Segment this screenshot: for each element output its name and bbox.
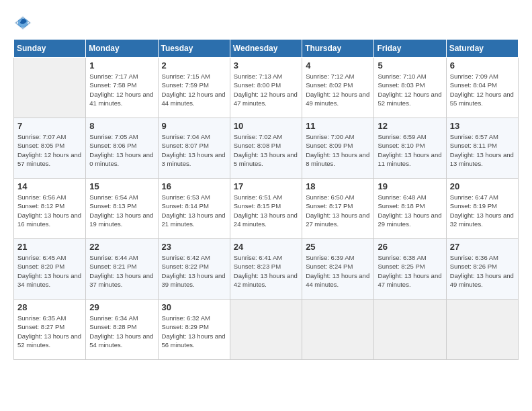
calendar-cell: 21Sunrise: 6:45 AMSunset: 8:20 PMDayligh…	[14, 239, 86, 300]
day-info: Sunrise: 6:47 AMSunset: 8:19 PMDaylight:…	[450, 193, 515, 228]
calendar-cell: 27Sunrise: 6:36 AMSunset: 8:26 PMDayligh…	[446, 239, 518, 300]
header	[13, 13, 519, 32]
header-row: SundayMondayTuesdayWednesdayThursdayFrid…	[14, 40, 519, 58]
calendar-cell: 16Sunrise: 6:53 AMSunset: 8:14 PMDayligh…	[158, 179, 230, 239]
day-info: Sunrise: 6:48 AMSunset: 8:18 PMDaylight:…	[378, 193, 442, 228]
day-number: 30	[162, 302, 226, 312]
day-info: Sunrise: 6:59 AMSunset: 8:10 PMDaylight:…	[378, 132, 442, 168]
calendar-cell	[374, 300, 446, 360]
calendar-cell: 24Sunrise: 6:41 AMSunset: 8:23 PMDayligh…	[230, 239, 302, 300]
header-cell-thursday: Thursday	[302, 40, 374, 58]
calendar-cell: 30Sunrise: 6:32 AMSunset: 8:29 PMDayligh…	[158, 300, 230, 360]
day-info: Sunrise: 6:36 AMSunset: 8:26 PMDaylight:…	[450, 253, 515, 289]
calendar-cell: 2Sunrise: 7:15 AMSunset: 7:59 PMDaylight…	[158, 58, 230, 118]
calendar-cell: 5Sunrise: 7:10 AMSunset: 8:03 PMDaylight…	[374, 58, 446, 118]
day-number: 23	[162, 242, 226, 252]
calendar-cell: 28Sunrise: 6:35 AMSunset: 8:27 PMDayligh…	[14, 300, 86, 360]
day-info: Sunrise: 7:12 AMSunset: 8:02 PMDaylight:…	[306, 72, 370, 107]
day-number: 9	[162, 121, 226, 131]
day-number: 3	[234, 60, 298, 71]
calendar-table: SundayMondayTuesdayWednesdayThursdayFrid…	[13, 39, 519, 360]
day-number: 14	[17, 181, 82, 191]
day-number: 2	[162, 60, 226, 71]
calendar-cell: 6Sunrise: 7:09 AMSunset: 8:04 PMDaylight…	[446, 58, 518, 118]
day-info: Sunrise: 7:05 AMSunset: 8:06 PMDaylight:…	[89, 132, 154, 168]
day-number: 24	[234, 242, 298, 252]
calendar-cell: 20Sunrise: 6:47 AMSunset: 8:19 PMDayligh…	[446, 179, 518, 239]
calendar-cell: 12Sunrise: 6:59 AMSunset: 8:10 PMDayligh…	[374, 118, 446, 179]
day-number: 5	[378, 60, 442, 71]
week-row-4: 21Sunrise: 6:45 AMSunset: 8:20 PMDayligh…	[14, 239, 519, 300]
day-number: 29	[89, 302, 154, 312]
day-number: 26	[378, 242, 442, 252]
calendar-cell: 8Sunrise: 7:05 AMSunset: 8:06 PMDaylight…	[86, 118, 158, 179]
day-info: Sunrise: 6:54 AMSunset: 8:13 PMDaylight:…	[89, 193, 154, 228]
header-cell-sunday: Sunday	[14, 40, 86, 58]
calendar-cell: 23Sunrise: 6:42 AMSunset: 8:22 PMDayligh…	[158, 239, 230, 300]
day-number: 11	[306, 121, 370, 131]
day-info: Sunrise: 7:17 AMSunset: 7:58 PMDaylight:…	[89, 72, 154, 107]
day-number: 7	[17, 121, 82, 131]
day-info: Sunrise: 6:38 AMSunset: 8:25 PMDaylight:…	[378, 253, 442, 289]
day-number: 10	[234, 121, 298, 131]
week-row-3: 14Sunrise: 6:56 AMSunset: 8:12 PMDayligh…	[14, 179, 519, 239]
calendar-cell: 25Sunrise: 6:39 AMSunset: 8:24 PMDayligh…	[302, 239, 374, 300]
day-number: 22	[89, 242, 154, 252]
day-info: Sunrise: 7:15 AMSunset: 7:59 PMDaylight:…	[162, 72, 226, 107]
day-info: Sunrise: 6:53 AMSunset: 8:14 PMDaylight:…	[162, 193, 226, 228]
calendar-cell: 7Sunrise: 7:07 AMSunset: 8:05 PMDaylight…	[14, 118, 86, 179]
calendar-cell: 22Sunrise: 6:44 AMSunset: 8:21 PMDayligh…	[86, 239, 158, 300]
week-row-2: 7Sunrise: 7:07 AMSunset: 8:05 PMDaylight…	[14, 118, 519, 179]
calendar-cell: 11Sunrise: 7:00 AMSunset: 8:09 PMDayligh…	[302, 118, 374, 179]
day-number: 28	[17, 302, 82, 312]
day-number: 18	[306, 181, 370, 191]
day-info: Sunrise: 6:32 AMSunset: 8:29 PMDaylight:…	[162, 314, 226, 349]
logo	[13, 13, 35, 32]
day-info: Sunrise: 7:04 AMSunset: 8:07 PMDaylight:…	[162, 132, 226, 168]
calendar-cell: 4Sunrise: 7:12 AMSunset: 8:02 PMDaylight…	[302, 58, 374, 118]
day-info: Sunrise: 7:02 AMSunset: 8:08 PMDaylight:…	[234, 132, 298, 168]
calendar-cell: 3Sunrise: 7:13 AMSunset: 8:00 PMDaylight…	[230, 58, 302, 118]
day-info: Sunrise: 6:34 AMSunset: 8:28 PMDaylight:…	[89, 314, 154, 349]
calendar-cell: 10Sunrise: 7:02 AMSunset: 8:08 PMDayligh…	[230, 118, 302, 179]
day-info: Sunrise: 6:50 AMSunset: 8:17 PMDaylight:…	[306, 193, 370, 228]
day-number: 27	[450, 242, 515, 252]
logo-icon	[13, 13, 32, 32]
header-cell-tuesday: Tuesday	[158, 40, 230, 58]
day-info: Sunrise: 6:41 AMSunset: 8:23 PMDaylight:…	[234, 253, 298, 289]
calendar-cell	[446, 300, 518, 360]
day-number: 1	[89, 60, 154, 71]
day-info: Sunrise: 7:09 AMSunset: 8:04 PMDaylight:…	[450, 72, 515, 107]
day-info: Sunrise: 7:07 AMSunset: 8:05 PMDaylight:…	[17, 132, 82, 168]
calendar-cell: 29Sunrise: 6:34 AMSunset: 8:28 PMDayligh…	[86, 300, 158, 360]
day-info: Sunrise: 6:56 AMSunset: 8:12 PMDaylight:…	[17, 193, 82, 228]
day-info: Sunrise: 6:45 AMSunset: 8:20 PMDaylight:…	[17, 253, 82, 289]
day-number: 21	[17, 242, 82, 252]
day-number: 15	[89, 181, 154, 191]
day-info: Sunrise: 7:10 AMSunset: 8:03 PMDaylight:…	[378, 72, 442, 107]
calendar-cell: 14Sunrise: 6:56 AMSunset: 8:12 PMDayligh…	[14, 179, 86, 239]
day-info: Sunrise: 6:35 AMSunset: 8:27 PMDaylight:…	[17, 314, 82, 349]
day-info: Sunrise: 7:00 AMSunset: 8:09 PMDaylight:…	[306, 132, 370, 168]
day-info: Sunrise: 6:57 AMSunset: 8:11 PMDaylight:…	[450, 132, 515, 168]
calendar-cell: 1Sunrise: 7:17 AMSunset: 7:58 PMDaylight…	[86, 58, 158, 118]
calendar-cell: 9Sunrise: 7:04 AMSunset: 8:07 PMDaylight…	[158, 118, 230, 179]
day-number: 4	[306, 60, 370, 71]
day-number: 8	[89, 121, 154, 131]
calendar-cell: 19Sunrise: 6:48 AMSunset: 8:18 PMDayligh…	[374, 179, 446, 239]
day-info: Sunrise: 6:39 AMSunset: 8:24 PMDaylight:…	[306, 253, 370, 289]
calendar-cell	[302, 300, 374, 360]
day-number: 25	[306, 242, 370, 252]
calendar-cell: 15Sunrise: 6:54 AMSunset: 8:13 PMDayligh…	[86, 179, 158, 239]
calendar-cell: 13Sunrise: 6:57 AMSunset: 8:11 PMDayligh…	[446, 118, 518, 179]
day-info: Sunrise: 6:51 AMSunset: 8:15 PMDaylight:…	[234, 193, 298, 228]
day-number: 20	[450, 181, 515, 191]
calendar-cell	[14, 58, 86, 118]
calendar-cell: 17Sunrise: 6:51 AMSunset: 8:15 PMDayligh…	[230, 179, 302, 239]
day-info: Sunrise: 6:42 AMSunset: 8:22 PMDaylight:…	[162, 253, 226, 289]
week-row-1: 1Sunrise: 7:17 AMSunset: 7:58 PMDaylight…	[14, 58, 519, 118]
day-number: 13	[450, 121, 515, 131]
day-number: 19	[378, 181, 442, 191]
calendar-cell: 18Sunrise: 6:50 AMSunset: 8:17 PMDayligh…	[302, 179, 374, 239]
week-row-5: 28Sunrise: 6:35 AMSunset: 8:27 PMDayligh…	[14, 300, 519, 360]
